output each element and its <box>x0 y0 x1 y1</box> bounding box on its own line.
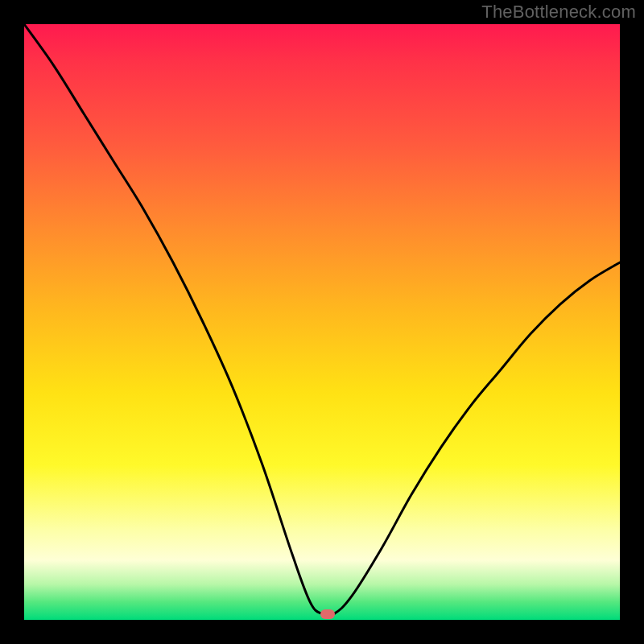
watermark-text: TheBottleneck.com <box>481 2 636 23</box>
bottleneck-curve <box>24 24 620 620</box>
optimum-marker <box>320 609 335 619</box>
curve-path <box>24 24 620 616</box>
plot-area <box>24 24 620 620</box>
